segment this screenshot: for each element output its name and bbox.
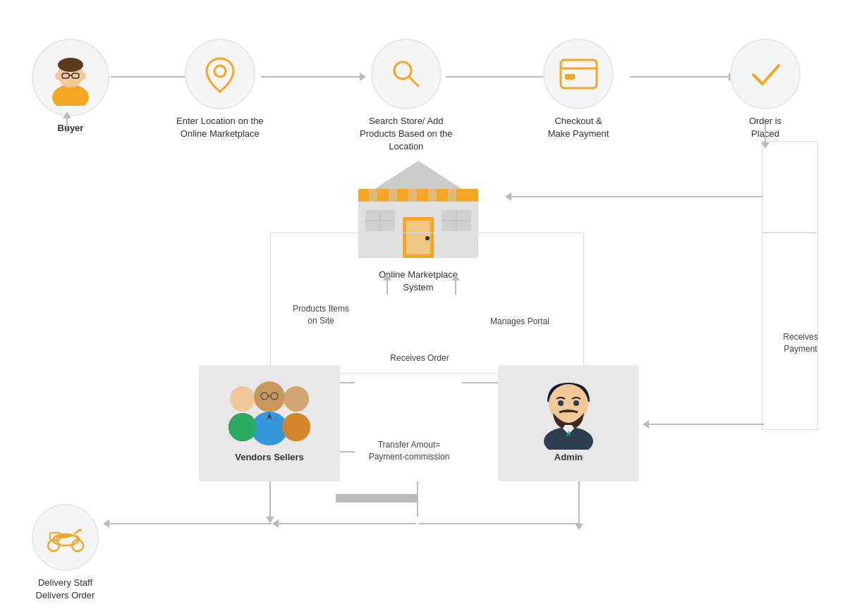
svg-point-45 [573,400,579,406]
svg-rect-19 [428,189,437,203]
svg-point-33 [284,386,309,412]
search-store-node: Search Store/ AddProducts Based on theLo… [360,39,453,154]
svg-rect-16 [369,189,377,203]
enter-location-node: Enter Location on theOnline Marketplace [176,39,264,140]
svg-point-0 [52,85,89,106]
arrow-location-search [261,76,360,78]
svg-rect-18 [408,189,417,203]
arrow-center-down [417,481,418,517]
order-placed-icon [730,39,801,109]
buyer-label: Buyer [58,122,84,135]
diagram: Buyer Enter Location on theOnline Market… [0,0,864,616]
arrow-bottom-center [279,523,416,524]
svg-point-31 [230,386,255,412]
receives-payment-label: ReceivesPayment [765,331,836,355]
delivery-icon [32,504,99,571]
arrow-bottom-left [109,523,272,524]
buyer-node: Buyer [32,39,109,135]
svg-rect-13 [565,74,575,80]
enter-location-label: Enter Location on theOnline Marketplace [176,115,264,140]
vendors-label: Vendors Sellers [235,451,304,464]
delivery-node: Delivery StaffDelivers Order [32,504,99,602]
svg-point-44 [558,400,564,406]
search-icon [371,39,442,109]
arrow-right-to-marketplace [511,196,763,197]
svg-rect-17 [389,189,397,203]
admin-label: Admin [554,451,583,464]
admin-box: Admin [498,365,639,481]
manages-portal-label: Manages Portal [474,316,566,328]
transfer-amount-label: Transfer Amout=Payment-commission [353,439,466,463]
svg-rect-11 [561,60,597,88]
arrow-bottom-right-connector [419,523,580,524]
arrow-receives-payment [649,424,764,425]
svg-point-6 [55,73,61,80]
svg-line-10 [409,77,418,86]
svg-point-42 [282,413,310,441]
checkout-icon [543,39,614,109]
checkout-label: Checkout &Make Payment [548,115,609,140]
delivery-label: Delivery StaffDelivers Order [36,577,95,602]
receives-order-label: Receives Order [374,352,466,364]
svg-point-2 [58,58,83,72]
arrow-checkout-order [630,76,729,78]
location-icon [185,39,255,109]
buyer-icon [32,39,109,116]
order-right-box [762,141,818,233]
svg-point-8 [214,66,226,77]
arrow-search-checkout [446,76,544,78]
svg-rect-20 [448,189,456,203]
arrow-vendors-down [269,481,271,517]
arrow-up-buyer [66,118,68,133]
svg-point-7 [80,73,86,80]
svg-point-35 [254,381,285,412]
arrow-admin-down [578,481,580,524]
products-on-site-label: Products Itemson Site [275,303,367,327]
vendors-box: Vendors Sellers [199,365,340,481]
checkout-node: Checkout &Make Payment [543,39,614,140]
arrow-order-down [765,123,766,142]
search-store-label: Search Store/ AddProducts Based on theLo… [360,115,453,154]
svg-point-41 [229,413,257,441]
